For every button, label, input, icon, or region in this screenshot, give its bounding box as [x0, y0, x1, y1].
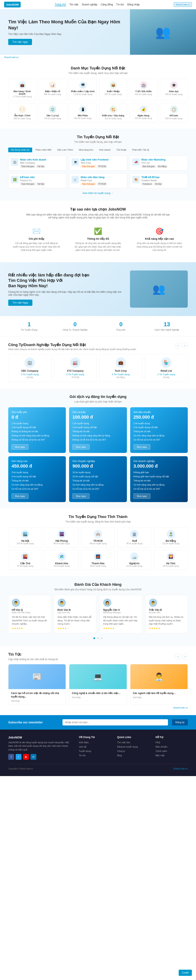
linkedin-button[interactable]: in	[30, 754, 36, 760]
dot-0[interactable]	[93, 638, 95, 639]
nav-community[interactable]: Cộng đồng	[101, 3, 113, 6]
service-btn-3[interactable]: Mua ngay	[11, 493, 28, 499]
services-subtitle: Lựa chọn gói dịch vụ phù hợp nhất với bạ…	[8, 400, 188, 403]
hero-title: Tìm Việc Làm Theo Mong Muốn Của Bạn Ngay…	[8, 19, 122, 31]
job-card-3[interactable]: 💹 Kế toán viên Finance Co Toàn thời gian…	[8, 173, 66, 188]
cities-title: Tin Tuyển Dụng Theo Tỉnh Thành	[8, 514, 188, 519]
city-item-6[interactable]: 🗺️ Khánh Hòa 34 tin tuyển dụng	[44, 550, 78, 570]
company-card-2[interactable]: 💼 Tech Corp 5 Tin Tuyển dụng Đà Nẵng	[99, 354, 142, 382]
why-desc-2: Ứng viên và nhà tuyển dụng có thể tìm ki…	[135, 242, 183, 252]
tab-4[interactable]: Kinh doanh	[96, 148, 113, 152]
category-grid: 💼 Bán hàng / Kinh doanh 1.714 tin tuyển …	[8, 79, 188, 123]
news-card-1[interactable]: 💻 Công nghệ & chuẩn đơn vị tân tiến việc…	[69, 664, 126, 705]
city-item-7[interactable]: 🌉 Thanh Hóa 56 tin tuyển dụng	[81, 550, 115, 570]
category-item-2[interactable]: 🖥️ Phần mềm / Lập trình 1.234 tin tuyển …	[69, 79, 97, 100]
category-item-10[interactable]: 💰 Ngân hàng 423 tin tuyển dụng	[130, 103, 157, 123]
login-link[interactable]: Đăng nhập	[127, 3, 139, 6]
tab-0[interactable]: Hệ thống nhân lực	[8, 148, 32, 152]
category-item-1[interactable]: 📊 Điện / Điện tử 856 tin tuyển dụng	[39, 79, 66, 100]
service-btn-2[interactable]: Mua ngay	[133, 444, 150, 450]
why-icon-1: ✅	[74, 227, 122, 235]
city-item-0[interactable]: 🏙️ Hà Nội 234 tin tuyển dụng	[8, 527, 42, 547]
category-item-3[interactable]: 📦 Xuất / Nhập 567 tin tuyển dụng	[99, 79, 127, 100]
city-name-0: Hà Nội	[21, 539, 29, 542]
city-item-4[interactable]: 🏝️ Đà Nẵng 123 tin tuyển dụng	[154, 527, 188, 547]
category-item-6[interactable]: 🍽️ Ẩm thực / Chef 289 tin tuyển dụng	[8, 103, 36, 123]
footer-link-1-1[interactable]: Đăng tin tuyển dụng	[117, 746, 138, 748]
sharecode-badge: ShareCode.vn	[174, 2, 192, 7]
city-item-8[interactable]: 🏔️ Nghệ An 43 tin tuyển dụng	[117, 550, 151, 570]
company-card-0[interactable]: 🏢 ABC Company 3 Tin Tuyển dụng Hà Nội	[8, 354, 51, 382]
category-item-8[interactable]: 📱 Mkt Phân 654 tin tuyển dụng	[69, 103, 97, 123]
cat-name-4: Y tế / Sức khỏe	[135, 90, 152, 93]
job-card-4[interactable]: 🛒 Nhân viên Bán hàng Retail Corp Toàn th…	[69, 173, 127, 188]
twitter-button[interactable]: t	[16, 754, 21, 760]
nav-company[interactable]: Doanh nghiệp	[82, 3, 97, 6]
prev-arrow[interactable]: ‹	[175, 342, 181, 348]
category-item-7[interactable]: ⚖️ Văn / Lư sự 178 tin tuyển dụng	[39, 103, 66, 123]
footer-link-2-3[interactable]: Bảo mật	[156, 754, 164, 757]
youtube-button[interactable]: ▶	[23, 754, 29, 760]
tab-5[interactable]: Thủ thuật	[114, 148, 129, 152]
city-item-3[interactable]: 🏛️ Huế 45 tin tuyển dụng	[117, 527, 151, 547]
nav-news[interactable]: Tín tức	[116, 3, 124, 6]
dot-1[interactable]	[97, 638, 99, 639]
category-item-11[interactable]: 📋 Kế toán 534 tin tuyển dụng	[160, 103, 188, 123]
city-item-5[interactable]: 🌇 Cần Thơ 67 tin tuyển dụng	[8, 550, 42, 570]
job-card-5[interactable]: 🎨 Thiết kế đồ họa Creative Studio Freela…	[130, 173, 188, 188]
why-item-2: 🎯 Khả năng tiếp cận cao Ứng viên và nhà …	[131, 223, 188, 256]
category-item-0[interactable]: 💼 Bán hàng / Kinh doanh 1.714 tin tuyển …	[8, 79, 36, 100]
service-btn-1[interactable]: Mua ngay	[73, 444, 89, 450]
service-btn-5[interactable]: Mua ngay	[133, 493, 150, 499]
city-item-2[interactable]: 🏘️ TP.HCM 456 tin tuyển dụng	[81, 527, 115, 547]
news-title-0: Cách tạo hồ sơ xin việc ấn tượng với nhà…	[11, 692, 63, 698]
service-btn-0[interactable]: Mua ngay	[11, 444, 28, 450]
footer-link-1-3[interactable]: Blog	[117, 754, 122, 757]
newsletter-subscribe-button[interactable]: Đăng ký	[172, 719, 188, 725]
dot-2[interactable]	[101, 638, 103, 639]
company-card-3[interactable]: 🏪 Retail Ltd 1 Tin Tuyển dụng Hà Nội	[145, 354, 188, 382]
category-item-4[interactable]: 🏥 Y tế / Sức khỏe 432 tin tuyển dụng	[130, 79, 157, 100]
nav-jobs[interactable]: Tim việc	[70, 3, 79, 6]
city-item-9[interactable]: 🌄 Hà Tĩnh 28 tin tuyển dụng	[154, 550, 188, 570]
facebook-button[interactable]: f	[8, 754, 14, 760]
stat-number-2: 0	[100, 321, 142, 328]
service-btn-4[interactable]: Mua ngay	[73, 493, 89, 499]
news-prev-arrow[interactable]: ‹	[175, 654, 181, 659]
hero-cta-button[interactable]: Tìm việc ngay	[8, 39, 32, 45]
view-more-link[interactable]: Xem thêm tin tuyển dụng →	[82, 192, 114, 195]
tab-6[interactable]: Phát triển Tất cả	[130, 148, 152, 152]
job-card-0[interactable]: 🏢 Nhân viên Kinh doanh ABC Company Toàn …	[8, 156, 66, 171]
footer-link-0-0[interactable]: Giới thiệu	[79, 741, 89, 744]
news-card-2[interactable]: 👨‍💼 Các ngành việt làm tốt tuyển dụng...…	[130, 664, 188, 705]
category-item-9[interactable]: 🏗️ Kiến trúc / Xây dựng 312 tin tuyển dụ…	[99, 103, 127, 123]
footer-link-1-0[interactable]: Tìm việc làm	[117, 741, 130, 744]
comp-location-2: Đà Nẵng	[103, 376, 139, 379]
tab-1[interactable]: Phần mềm Mới	[33, 148, 54, 152]
footer-link-0-2[interactable]: Tuyển dụng	[79, 750, 91, 752]
tab-2[interactable]: Việc Làm Thêm	[55, 148, 76, 152]
company-card-1[interactable]: 🏭 XYZ Company 2 Tin Tuyển dụng TP.HCM	[54, 354, 97, 382]
news-img-2: 👨‍💼	[130, 664, 188, 689]
logo-icon[interactable]: JobsNOW	[4, 2, 21, 8]
footer-link-1-2[interactable]: Công ty	[117, 750, 125, 752]
why-item-1: ✅ Thông tin đầy đủ Thông tin về ứng viên…	[70, 223, 126, 256]
footer-link-0-3[interactable]: Tin tức	[79, 754, 86, 757]
next-arrow[interactable]: ›	[182, 342, 188, 348]
city-item-1[interactable]: 🌆 Hải Phòng 89 tin tuyển dụng	[44, 527, 78, 547]
newsletter-email-input[interactable]	[63, 719, 168, 725]
service-name-4: Gói chuyên nghiệp	[73, 460, 123, 463]
news-next-arrow[interactable]: ›	[182, 654, 188, 659]
job-card-2[interactable]: 📣 Nhân viên Marketing XYZ Ltd Bán thời g…	[130, 156, 188, 171]
footer-link-2-2[interactable]: Chính sách	[156, 750, 167, 752]
comp-name-2: Tech Corp	[103, 369, 139, 372]
promo-cta-button[interactable]: Tìm việc Ngay	[8, 300, 32, 306]
footer-link-2-0[interactable]: FAQ	[156, 741, 160, 744]
job-card-1[interactable]: 💻 Lập trình viên Frontend Tech Corp Toàn…	[69, 156, 127, 171]
category-item-5[interactable]: 🎓 Giáo dục 345 tin tuyển dụng	[160, 79, 188, 100]
footer-link-2-1[interactable]: Điều khoản	[156, 746, 168, 748]
news-card-0[interactable]: 📰 Cách tạo hồ sơ xin việc ấn tượng với n…	[8, 664, 66, 705]
tab-3[interactable]: Nhà hàng Khu	[76, 148, 96, 152]
footer-link-0-1[interactable]: Liên hệ	[79, 746, 87, 748]
nav-home[interactable]: Trang chủ	[55, 3, 66, 6]
